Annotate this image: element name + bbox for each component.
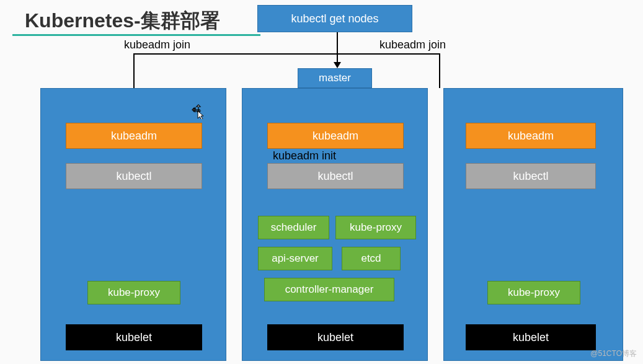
- worker-node-left: kubeadm kubectl kube-proxy kubelet: [40, 88, 226, 361]
- connector-line: [337, 32, 338, 55]
- kubeadm-init-label: kubeadm init: [273, 149, 336, 162]
- top-command-box: kubectl get nodes: [257, 5, 412, 32]
- kubelet-box: kubelet: [466, 324, 596, 350]
- kube-proxy-box: kube-proxy: [487, 281, 580, 304]
- page-title: Kubernetes-集群部署: [25, 7, 220, 35]
- title-underline: [12, 34, 260, 36]
- kubeadm-box: kubeadm: [466, 123, 596, 149]
- arrow-down-icon: [334, 62, 341, 68]
- kubeadm-box: kubeadm: [267, 123, 404, 149]
- scheduler-box: scheduler: [258, 216, 329, 239]
- controller-manager-box: controller-manager: [264, 278, 394, 301]
- connector-line: [133, 53, 135, 88]
- join-label-left: kubeadm join: [124, 38, 190, 51]
- kube-proxy-box: kube-proxy: [335, 216, 416, 239]
- kubelet-box: kubelet: [66, 324, 202, 350]
- etcd-box: etcd: [342, 247, 401, 270]
- move-cursor-icon: [191, 104, 206, 119]
- kubectl-box: kubectl: [466, 163, 596, 189]
- kube-proxy-box: kube-proxy: [87, 281, 180, 304]
- master-node: kubeadm kubectl scheduler kube-proxy api…: [242, 88, 428, 361]
- master-tab: master: [298, 68, 372, 88]
- api-server-box: api-server: [258, 247, 332, 270]
- watermark: @51CTO博客: [590, 348, 637, 359]
- worker-node-right: kubeadm kubectl kube-proxy kubelet: [443, 88, 623, 361]
- connector-line: [133, 53, 440, 55]
- kubeadm-box: kubeadm: [66, 123, 202, 149]
- kubectl-box: kubectl: [267, 163, 404, 189]
- kubelet-box: kubelet: [267, 324, 404, 350]
- join-label-right: kubeadm join: [379, 38, 446, 51]
- connector-line: [439, 53, 440, 88]
- kubectl-box: kubectl: [66, 163, 202, 189]
